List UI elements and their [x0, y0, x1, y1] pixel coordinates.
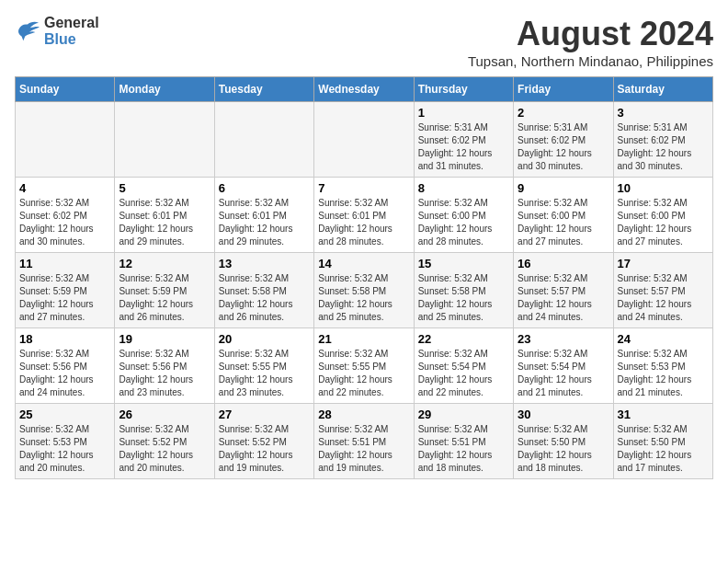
- subtitle: Tupsan, Northern Mindanao, Philippines: [468, 53, 713, 69]
- calendar-header-saturday: Saturday: [613, 77, 712, 102]
- calendar-cell: 24Sunrise: 5:32 AM Sunset: 5:53 PM Dayli…: [613, 328, 712, 404]
- day-info: Sunrise: 5:32 AM Sunset: 5:52 PM Dayligh…: [219, 423, 310, 475]
- logo: General Blue: [15, 15, 99, 47]
- calendar-cell: 9Sunrise: 5:32 AM Sunset: 6:00 PM Daylig…: [514, 178, 613, 253]
- calendar-cell: 2Sunrise: 5:31 AM Sunset: 6:02 PM Daylig…: [514, 102, 613, 178]
- day-info: Sunrise: 5:32 AM Sunset: 5:54 PM Dayligh…: [518, 348, 609, 399]
- calendar-cell: [314, 102, 414, 178]
- day-number: 6: [219, 181, 310, 195]
- day-info: Sunrise: 5:32 AM Sunset: 5:56 PM Dayligh…: [19, 348, 110, 399]
- day-number: 8: [418, 181, 509, 195]
- calendar-cell: 26Sunrise: 5:32 AM Sunset: 5:52 PM Dayli…: [115, 404, 214, 479]
- calendar-cell: 25Sunrise: 5:32 AM Sunset: 5:53 PM Dayli…: [16, 404, 115, 479]
- logo-icon: [15, 20, 40, 42]
- calendar-cell: [214, 102, 313, 178]
- day-info: Sunrise: 5:32 AM Sunset: 6:00 PM Dayligh…: [518, 197, 609, 248]
- calendar-table: SundayMondayTuesdayWednesdayThursdayFrid…: [15, 76, 713, 479]
- calendar-cell: 4Sunrise: 5:32 AM Sunset: 6:02 PM Daylig…: [16, 178, 115, 253]
- day-number: 19: [119, 332, 210, 346]
- calendar-week-5: 25Sunrise: 5:32 AM Sunset: 5:53 PM Dayli…: [16, 404, 713, 479]
- day-info: Sunrise: 5:32 AM Sunset: 5:57 PM Dayligh…: [618, 272, 709, 324]
- day-info: Sunrise: 5:32 AM Sunset: 5:51 PM Dayligh…: [418, 423, 509, 475]
- calendar-header: SundayMondayTuesdayWednesdayThursdayFrid…: [16, 77, 713, 102]
- logo-text: General Blue: [44, 15, 99, 47]
- calendar-cell: 3Sunrise: 5:31 AM Sunset: 6:02 PM Daylig…: [613, 102, 712, 178]
- calendar-cell: 5Sunrise: 5:32 AM Sunset: 6:01 PM Daylig…: [115, 178, 214, 253]
- day-info: Sunrise: 5:32 AM Sunset: 5:59 PM Dayligh…: [119, 272, 210, 324]
- calendar-cell: 13Sunrise: 5:32 AM Sunset: 5:58 PM Dayli…: [214, 253, 313, 328]
- day-info: Sunrise: 5:32 AM Sunset: 6:01 PM Dayligh…: [219, 197, 310, 248]
- day-number: 22: [418, 332, 509, 346]
- calendar-header-wednesday: Wednesday: [314, 77, 414, 102]
- day-info: Sunrise: 5:31 AM Sunset: 6:02 PM Dayligh…: [518, 121, 609, 173]
- day-number: 9: [518, 181, 609, 195]
- day-info: Sunrise: 5:32 AM Sunset: 5:52 PM Dayligh…: [119, 423, 210, 475]
- day-number: 1: [418, 106, 509, 120]
- calendar-cell: 23Sunrise: 5:32 AM Sunset: 5:54 PM Dayli…: [514, 328, 613, 404]
- calendar-cell: 30Sunrise: 5:32 AM Sunset: 5:50 PM Dayli…: [514, 404, 613, 479]
- calendar-week-4: 18Sunrise: 5:32 AM Sunset: 5:56 PM Dayli…: [16, 328, 713, 404]
- day-number: 18: [19, 332, 110, 346]
- day-info: Sunrise: 5:32 AM Sunset: 5:53 PM Dayligh…: [19, 423, 110, 475]
- calendar-week-1: 1Sunrise: 5:31 AM Sunset: 6:02 PM Daylig…: [16, 102, 713, 178]
- calendar-header-friday: Friday: [514, 77, 613, 102]
- day-info: Sunrise: 5:32 AM Sunset: 6:00 PM Dayligh…: [418, 197, 509, 248]
- day-number: 30: [518, 408, 609, 421]
- day-info: Sunrise: 5:32 AM Sunset: 5:59 PM Dayligh…: [19, 272, 110, 324]
- day-info: Sunrise: 5:32 AM Sunset: 5:53 PM Dayligh…: [618, 348, 709, 399]
- day-number: 15: [418, 257, 509, 270]
- calendar-cell: 14Sunrise: 5:32 AM Sunset: 5:58 PM Dayli…: [314, 253, 414, 328]
- day-number: 16: [518, 257, 609, 270]
- day-info: Sunrise: 5:32 AM Sunset: 6:01 PM Dayligh…: [318, 197, 409, 248]
- day-number: 20: [219, 332, 310, 346]
- day-number: 27: [219, 408, 310, 421]
- day-number: 14: [318, 257, 409, 270]
- day-info: Sunrise: 5:32 AM Sunset: 5:55 PM Dayligh…: [219, 348, 310, 399]
- calendar-cell: 29Sunrise: 5:32 AM Sunset: 5:51 PM Dayli…: [414, 404, 513, 479]
- page-header: General Blue August 2024 Tupsan, Norther…: [15, 15, 713, 69]
- calendar-cell: [16, 102, 115, 178]
- calendar-cell: 27Sunrise: 5:32 AM Sunset: 5:52 PM Dayli…: [214, 404, 313, 479]
- calendar-cell: 19Sunrise: 5:32 AM Sunset: 5:56 PM Dayli…: [115, 328, 214, 404]
- day-number: 17: [618, 257, 709, 270]
- calendar-header-sunday: Sunday: [16, 77, 115, 102]
- day-info: Sunrise: 5:32 AM Sunset: 5:50 PM Dayligh…: [618, 423, 709, 475]
- day-number: 28: [318, 408, 409, 421]
- day-number: 26: [119, 408, 210, 421]
- calendar-cell: 31Sunrise: 5:32 AM Sunset: 5:50 PM Dayli…: [613, 404, 712, 479]
- calendar-header-tuesday: Tuesday: [214, 77, 313, 102]
- calendar-cell: 10Sunrise: 5:32 AM Sunset: 6:00 PM Dayli…: [613, 178, 712, 253]
- calendar-cell: 7Sunrise: 5:32 AM Sunset: 6:01 PM Daylig…: [314, 178, 414, 253]
- calendar-cell: 21Sunrise: 5:32 AM Sunset: 5:55 PM Dayli…: [314, 328, 414, 404]
- calendar-cell: 11Sunrise: 5:32 AM Sunset: 5:59 PM Dayli…: [16, 253, 115, 328]
- day-number: 24: [618, 332, 709, 346]
- calendar-cell: 1Sunrise: 5:31 AM Sunset: 6:02 PM Daylig…: [414, 102, 513, 178]
- calendar-cell: 20Sunrise: 5:32 AM Sunset: 5:55 PM Dayli…: [214, 328, 313, 404]
- day-info: Sunrise: 5:32 AM Sunset: 6:00 PM Dayligh…: [618, 197, 709, 248]
- calendar-cell: 28Sunrise: 5:32 AM Sunset: 5:51 PM Dayli…: [314, 404, 414, 479]
- day-info: Sunrise: 5:31 AM Sunset: 6:02 PM Dayligh…: [418, 121, 509, 173]
- calendar-week-2: 4Sunrise: 5:32 AM Sunset: 6:02 PM Daylig…: [16, 178, 713, 253]
- day-number: 12: [119, 257, 210, 270]
- title-block: August 2024 Tupsan, Northern Mindanao, P…: [468, 15, 713, 69]
- calendar-cell: 16Sunrise: 5:32 AM Sunset: 5:57 PM Dayli…: [514, 253, 613, 328]
- calendar-header-thursday: Thursday: [414, 77, 513, 102]
- day-info: Sunrise: 5:32 AM Sunset: 5:54 PM Dayligh…: [418, 348, 509, 399]
- calendar-cell: 12Sunrise: 5:32 AM Sunset: 5:59 PM Dayli…: [115, 253, 214, 328]
- day-info: Sunrise: 5:32 AM Sunset: 5:51 PM Dayligh…: [318, 423, 409, 475]
- day-number: 3: [618, 106, 709, 120]
- calendar-cell: 8Sunrise: 5:32 AM Sunset: 6:00 PM Daylig…: [414, 178, 513, 253]
- day-info: Sunrise: 5:32 AM Sunset: 5:50 PM Dayligh…: [518, 423, 609, 475]
- day-info: Sunrise: 5:32 AM Sunset: 5:56 PM Dayligh…: [119, 348, 210, 399]
- calendar-cell: 18Sunrise: 5:32 AM Sunset: 5:56 PM Dayli…: [16, 328, 115, 404]
- day-number: 2: [518, 106, 609, 120]
- day-info: Sunrise: 5:32 AM Sunset: 5:58 PM Dayligh…: [418, 272, 509, 324]
- calendar-cell: 17Sunrise: 5:32 AM Sunset: 5:57 PM Dayli…: [613, 253, 712, 328]
- calendar-cell: [115, 102, 214, 178]
- day-info: Sunrise: 5:32 AM Sunset: 5:57 PM Dayligh…: [518, 272, 609, 324]
- day-info: Sunrise: 5:32 AM Sunset: 5:55 PM Dayligh…: [318, 348, 409, 399]
- day-number: 31: [618, 408, 709, 421]
- day-info: Sunrise: 5:32 AM Sunset: 5:58 PM Dayligh…: [219, 272, 310, 324]
- day-number: 13: [219, 257, 310, 270]
- day-number: 7: [318, 181, 409, 195]
